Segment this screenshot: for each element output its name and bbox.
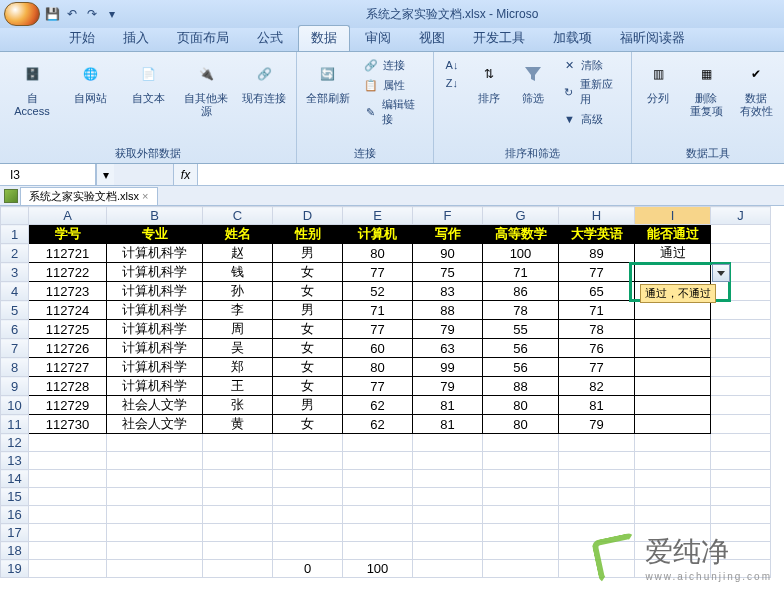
cell[interactable]: [559, 488, 635, 506]
cell[interactable]: 赵: [203, 244, 273, 263]
cell[interactable]: 62: [343, 415, 413, 434]
cell[interactable]: [711, 282, 771, 301]
cell[interactable]: 65: [559, 282, 635, 301]
row-header[interactable]: 10: [1, 396, 29, 415]
cell[interactable]: [413, 542, 483, 560]
cell[interactable]: 女: [273, 263, 343, 282]
cell[interactable]: [107, 506, 203, 524]
tab-data[interactable]: 数据: [298, 25, 350, 51]
cell[interactable]: [483, 560, 559, 578]
save-icon[interactable]: 💾: [44, 6, 60, 22]
cell[interactable]: 56: [483, 339, 559, 358]
cell[interactable]: [343, 506, 413, 524]
sort-button[interactable]: ⇅排序: [470, 56, 508, 107]
cell[interactable]: 76: [559, 339, 635, 358]
from-web-button[interactable]: 🌐自网站: [64, 56, 116, 107]
cell[interactable]: [413, 470, 483, 488]
workbook-tab[interactable]: 系统之家实验文档.xlsx ×: [20, 187, 158, 205]
cell[interactable]: [413, 488, 483, 506]
cell[interactable]: 计算机: [343, 225, 413, 244]
cell[interactable]: 男: [273, 396, 343, 415]
cell[interactable]: [635, 396, 711, 415]
cell[interactable]: [203, 542, 273, 560]
name-box[interactable]: I3: [0, 164, 96, 185]
cell[interactable]: 83: [413, 282, 483, 301]
cell[interactable]: [711, 225, 771, 244]
qat-more-icon[interactable]: ▾: [104, 6, 120, 22]
cell[interactable]: [711, 320, 771, 339]
cell[interactable]: [711, 452, 771, 470]
row-header[interactable]: 3: [1, 263, 29, 282]
cell[interactable]: 112728: [29, 377, 107, 396]
undo-icon[interactable]: ↶: [64, 6, 80, 22]
from-access-button[interactable]: 🗄️自 Access: [6, 56, 58, 120]
cell[interactable]: 女: [273, 377, 343, 396]
cell[interactable]: [107, 470, 203, 488]
sort-desc-button[interactable]: Z↓: [440, 74, 464, 92]
cell[interactable]: [711, 470, 771, 488]
cell[interactable]: 社会人文学: [107, 396, 203, 415]
cell[interactable]: 79: [559, 415, 635, 434]
fx-button[interactable]: fx: [174, 164, 198, 185]
connections-button[interactable]: 🔗连接: [359, 56, 427, 74]
cell[interactable]: [711, 488, 771, 506]
cell[interactable]: 写作: [413, 225, 483, 244]
data-validation-dropdown[interactable]: [712, 264, 730, 282]
column-header[interactable]: A: [29, 207, 107, 225]
cell[interactable]: 75: [413, 263, 483, 282]
cell[interactable]: [413, 506, 483, 524]
spreadsheet-grid[interactable]: ABCDEFGHIJ1学号专业姓名性别计算机写作高等数学大学英语能否通过2112…: [0, 206, 784, 594]
cell[interactable]: 77: [559, 263, 635, 282]
cell[interactable]: [635, 488, 711, 506]
cell[interactable]: 112730: [29, 415, 107, 434]
cell[interactable]: [711, 301, 771, 320]
cell[interactable]: [635, 506, 711, 524]
cell[interactable]: [711, 244, 771, 263]
cell[interactable]: 78: [559, 320, 635, 339]
cell[interactable]: 通过: [635, 244, 711, 263]
remove-duplicates-button[interactable]: ▦删除 重复项: [684, 56, 728, 120]
cell[interactable]: [711, 339, 771, 358]
formula-input[interactable]: [198, 164, 784, 185]
cell[interactable]: 112722: [29, 263, 107, 282]
row-header[interactable]: 15: [1, 488, 29, 506]
cell[interactable]: 112726: [29, 339, 107, 358]
cell[interactable]: [635, 434, 711, 452]
cell[interactable]: 81: [413, 396, 483, 415]
tab-view[interactable]: 视图: [406, 25, 458, 51]
cell[interactable]: [343, 542, 413, 560]
cell[interactable]: 80: [343, 244, 413, 263]
cell[interactable]: 63: [413, 339, 483, 358]
filter-button[interactable]: 筛选: [514, 56, 552, 107]
cell[interactable]: [29, 542, 107, 560]
cell[interactable]: [29, 488, 107, 506]
cell[interactable]: 计算机科学: [107, 358, 203, 377]
data-validation-button[interactable]: ✔数据 有效性: [734, 56, 778, 120]
cell[interactable]: [711, 434, 771, 452]
cell[interactable]: 56: [483, 358, 559, 377]
cell[interactable]: [635, 415, 711, 434]
column-header[interactable]: J: [711, 207, 771, 225]
cell[interactable]: 60: [343, 339, 413, 358]
existing-conn-button[interactable]: 🔗现有连接: [238, 56, 290, 107]
cell[interactable]: [107, 452, 203, 470]
cell[interactable]: 79: [413, 377, 483, 396]
cell[interactable]: 52: [343, 282, 413, 301]
cell[interactable]: 女: [273, 339, 343, 358]
cell[interactable]: [559, 434, 635, 452]
row-header[interactable]: 18: [1, 542, 29, 560]
cell[interactable]: [483, 506, 559, 524]
cell[interactable]: [203, 452, 273, 470]
cell[interactable]: [273, 470, 343, 488]
cell[interactable]: [711, 415, 771, 434]
cell[interactable]: 计算机科学: [107, 301, 203, 320]
row-header[interactable]: 2: [1, 244, 29, 263]
cell[interactable]: 女: [273, 320, 343, 339]
cell[interactable]: 79: [413, 320, 483, 339]
cell[interactable]: 90: [413, 244, 483, 263]
cell[interactable]: [343, 488, 413, 506]
cell[interactable]: [107, 542, 203, 560]
cell[interactable]: 计算机科学: [107, 263, 203, 282]
cell[interactable]: 计算机科学: [107, 339, 203, 358]
cell[interactable]: [203, 560, 273, 578]
